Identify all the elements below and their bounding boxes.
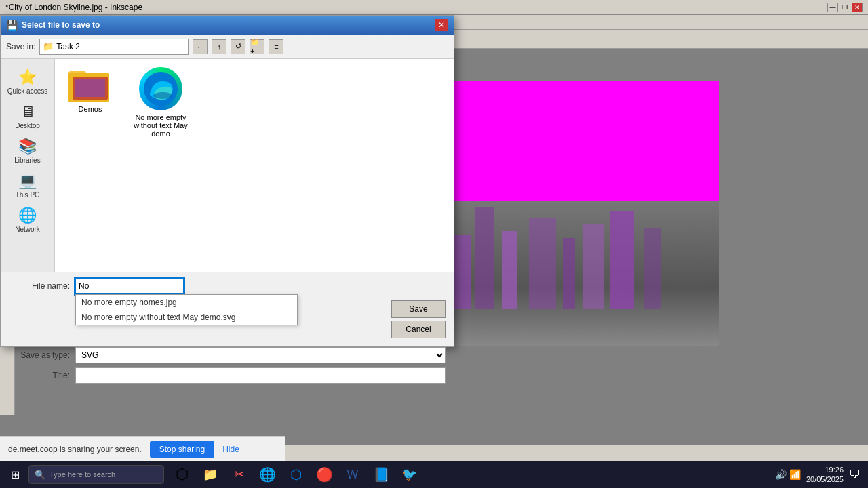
folder-svg [68,67,112,102]
taskbar-app-edge[interactable]: ⬡ [282,462,309,487]
taskbar-app-snip[interactable]: ✂ [225,462,252,487]
nav-quick-access[interactable]: ⭐ Quick access [1,64,54,99]
save-button[interactable]: Save [391,300,446,318]
edge-icon [139,67,182,110]
nav-view-button[interactable]: ≡ [269,39,283,54]
taskbar-date-value: 20/05/2025 [806,474,844,484]
taskbar-app-bird[interactable]: 🐦 [396,462,423,487]
nav-new-folder-button[interactable]: 📁+ [250,39,264,54]
nav-desktop[interactable]: 🖥 Desktop [1,99,54,134]
svg-rect-6 [502,231,517,309]
file-item-demos[interactable]: Demos [63,67,117,113]
autocomplete-dropdown: No more empty homes.jpg No more empty wi… [75,294,298,325]
save-in-label: Save in: [6,42,35,52]
quick-access-icon: ⭐ [18,68,37,86]
quick-access-label: Quick access [7,87,47,95]
notification-icon[interactable]: 🗨 [849,468,860,481]
taskbar-app-blue[interactable]: 📘 [368,462,395,487]
dialog-buttons: Save Cancel [391,300,446,338]
search-placeholder: Type here to search [50,470,115,479]
dialog-title-icon: 💾 [6,20,18,30]
file-name-label: File name: [9,281,70,291]
libraries-label: Libraries [14,157,40,164]
taskbar-app-chrome[interactable]: 🌐 [254,462,281,487]
title-row: Title: [9,367,446,384]
folder-icon: 📁 [43,41,54,52]
dialog-close-button[interactable]: ✕ [435,19,448,31]
start-button[interactable]: ⊞ [3,462,27,487]
save-dialog: 💾 Select file to save to ✕ Save in: 📁 Ta… [0,15,454,347]
edge-svg [144,72,178,106]
taskbar-app-cortana[interactable]: ⬡ [168,462,195,487]
desktop-label: Desktop [15,122,40,129]
dialog-file-area: Demos No more empty without text May dem… [55,59,454,272]
sharing-message: de.meet.coop is sharing your screen. [8,445,142,454]
close-button[interactable]: ✕ [852,3,863,12]
svg-rect-10 [610,211,634,309]
file-name-demos: Demos [79,105,102,113]
svg-rect-16 [75,79,105,97]
title-input[interactable] [75,367,446,384]
taskbar-search[interactable]: 🔍 Type here to search [28,465,164,484]
dialog-left-panel: ⭐ Quick access 🖥 Desktop 📚 Libraries 💻 T… [1,59,55,272]
folder-icon-demos [68,67,112,102]
nav-this-pc[interactable]: 💻 This PC [1,168,54,203]
taskbar: ⊞ 🔍 Type here to search ⬡ 📁 ✂ 🌐 ⬡ 🔴 W 📘 … [0,461,868,488]
nav-network[interactable]: 🌐 Network [1,203,54,237]
minimize-button[interactable]: — [827,3,838,12]
maximize-button[interactable]: ❐ [840,3,850,12]
desktop-icon: 🖥 [20,103,35,121]
file-name-input[interactable] [75,278,184,294]
svg-rect-5 [475,207,494,309]
file-name-input-wrapper: No more empty homes.jpg No more empty wi… [75,278,446,294]
location-value: Task 2 [56,42,80,52]
autocomplete-item-1[interactable]: No more empty without text May demo.svg [76,310,297,325]
network-label: Network [15,226,40,233]
cancel-button[interactable]: Cancel [391,321,446,338]
dialog-content: ⭐ Quick access 🖥 Desktop 📚 Libraries 💻 T… [1,59,454,272]
window-controls: — ❐ ✕ [827,3,863,12]
network-icon: 🌐 [18,207,37,224]
nav-refresh-button[interactable]: ↺ [231,39,245,54]
nav-up-button[interactable]: ↑ [212,39,226,54]
libraries-icon: 📚 [18,138,37,155]
taskbar-app-word[interactable]: W [339,462,366,487]
taskbar-right: 🔊 📶 19:26 20/05/2025 🗨 [775,465,865,485]
autocomplete-item-0[interactable]: No more empty homes.jpg [76,295,297,310]
hide-button[interactable]: Hide [222,445,239,454]
taskbar-apps: ⬡ 📁 ✂ 🌐 ⬡ 🔴 W 📘 🐦 [168,462,423,487]
inkscape-titlebar: *City of London Skyline.jpg - Inkscape —… [0,0,868,15]
svg-rect-11 [644,228,661,309]
taskbar-time-value: 19:26 [806,465,844,474]
sharing-bar: de.meet.coop is sharing your screen. Sto… [0,436,285,461]
file-name-edge: No more empty without text May demo [134,113,188,138]
stop-sharing-button[interactable]: Stop sharing [150,441,214,458]
svg-rect-7 [529,218,556,309]
search-icon: 🔍 [35,470,45,480]
file-name-row: File name: No more empty homes.jpg No mo… [9,278,446,294]
svg-rect-9 [583,224,604,309]
taskbar-app-files[interactable]: 📁 [197,462,224,487]
dialog-title-text: Select file to save to [22,20,431,30]
dialog-toolbar: Save in: 📁 Task 2 ← ↑ ↺ 📁+ ≡ [1,35,454,59]
dialog-form: File name: No more empty homes.jpg No mo… [1,272,454,346]
nav-back-button[interactable]: ← [193,39,208,54]
dialog-titlebar: 💾 Select file to save to ✕ [1,16,454,35]
this-pc-label: This PC [16,191,40,199]
location-dropdown[interactable]: 📁 Task 2 [39,39,189,55]
taskbar-tray: 🔊 📶 [775,469,801,480]
save-as-type-row: Save as type: SVG JPG PNG [9,347,446,363]
nav-libraries[interactable]: 📚 Libraries [1,134,54,168]
inkscape-title: *City of London Skyline.jpg - Inkscape [5,3,827,12]
title-label: Title: [9,371,70,380]
save-as-type-label: Save as type: [9,350,70,360]
taskbar-app-dark1[interactable]: 🔴 [311,462,338,487]
this-pc-icon: 💻 [18,172,37,190]
save-as-type-select[interactable]: SVG JPG PNG [75,347,446,363]
svg-rect-8 [563,238,575,309]
svg-point-18 [153,92,172,99]
file-item-edge[interactable]: No more empty without text May demo [134,67,188,138]
taskbar-clock: 19:26 20/05/2025 [806,465,844,485]
